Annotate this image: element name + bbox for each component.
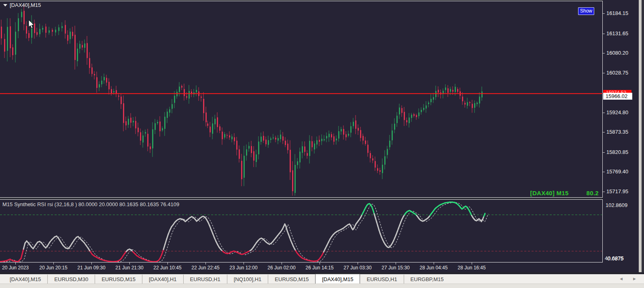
candle-body bbox=[399, 107, 400, 114]
candle-body bbox=[205, 113, 207, 122]
candle-body bbox=[222, 132, 223, 139]
candle-body bbox=[372, 158, 373, 160]
candlestick-chart-window[interactable] bbox=[0, 1, 603, 198]
candle-body bbox=[333, 137, 335, 142]
candle-body bbox=[331, 134, 332, 137]
chart-tab--dax40-h1-3[interactable]: [DAX40],H1 bbox=[142, 275, 183, 284]
price-axis-tick bbox=[603, 192, 605, 192]
badge-value: 80.2 bbox=[587, 190, 599, 196]
candle-body bbox=[304, 147, 305, 152]
time-axis-tick bbox=[434, 262, 434, 265]
window-right-strip bbox=[639, 0, 642, 288]
time-axis-tick bbox=[53, 262, 54, 265]
rsi-indicator-window[interactable] bbox=[0, 199, 603, 262]
candle-body bbox=[370, 153, 371, 158]
candle-body bbox=[469, 102, 470, 103]
price-axis-label: 15873.35 bbox=[606, 129, 628, 135]
price-axis-tick bbox=[603, 73, 605, 73]
candle-body bbox=[396, 116, 398, 123]
time-axis-label: 28 Jun 04:45 bbox=[419, 265, 447, 271]
candle-body bbox=[401, 108, 402, 113]
candle-body bbox=[15, 32, 16, 55]
rsi-chart[interactable] bbox=[0, 200, 602, 262]
candle-body bbox=[263, 136, 264, 141]
chart-tab-eurusd-h1-4[interactable]: EURUSD,H1 bbox=[183, 275, 227, 284]
rsi-main-line-segment bbox=[211, 230, 213, 234]
candle-body bbox=[101, 81, 102, 84]
time-axis-tick bbox=[15, 262, 16, 265]
candle-body bbox=[169, 109, 170, 113]
candlestick-chart[interactable] bbox=[0, 1, 602, 197]
rsi-main-line-segment bbox=[378, 226, 379, 230]
time-axis-label: 21 Jun 09:30 bbox=[77, 265, 105, 271]
badge-symbol: [DAX40] M15 bbox=[530, 190, 569, 196]
tab-scroll-left-icon[interactable]: ◄ bbox=[619, 276, 623, 281]
chart-tab-eurusd-m15-6[interactable]: EURUSD,M15 bbox=[268, 275, 315, 284]
time-axis-label: 23 Jun 12:00 bbox=[229, 265, 257, 271]
candle-body bbox=[365, 141, 366, 144]
triangle-down-icon bbox=[3, 4, 7, 6]
show-button[interactable]: Show bbox=[578, 7, 594, 15]
candle-body bbox=[152, 129, 153, 148]
candle-body bbox=[413, 114, 415, 116]
candle-body bbox=[113, 91, 114, 92]
candle-body bbox=[336, 139, 337, 140]
candle-body bbox=[104, 77, 105, 80]
candle-body bbox=[321, 139, 322, 141]
candle-body bbox=[275, 138, 276, 140]
candle-body bbox=[294, 165, 296, 193]
candle-body bbox=[447, 88, 449, 93]
rsi-main-line-segment bbox=[168, 230, 170, 234]
candle-body bbox=[164, 117, 165, 129]
candle-body bbox=[201, 96, 202, 98]
candle-body bbox=[474, 103, 475, 108]
rsi-main-line-segment bbox=[61, 242, 63, 245]
candle-body bbox=[392, 130, 393, 140]
price-axis-tick bbox=[603, 53, 605, 53]
candle-body bbox=[309, 141, 310, 156]
candle-body bbox=[36, 32, 38, 35]
candle-body bbox=[128, 119, 129, 125]
candle-body bbox=[292, 170, 293, 191]
chart-tab--dax40-m15-0[interactable]: [DAX40],M15 bbox=[3, 275, 47, 284]
candle-body bbox=[343, 129, 344, 135]
rsi-main-line-segment bbox=[113, 261, 117, 262]
rsi-main-line-segment bbox=[165, 239, 167, 244]
time-axis-tick bbox=[320, 262, 320, 265]
candle-body bbox=[52, 30, 53, 32]
candle-body bbox=[261, 137, 262, 142]
chart-tab-eurgbp-m15-9[interactable]: EURGBP,M15 bbox=[404, 275, 450, 284]
chart-tab-eurusd-m15-2[interactable]: EURUSD,M15 bbox=[95, 275, 142, 284]
current-price-line bbox=[0, 93, 603, 94]
rsi-axis-top-label: 102.8609 bbox=[606, 202, 627, 208]
candle-body bbox=[246, 149, 247, 156]
rsi-main-line-segment bbox=[29, 244, 32, 247]
candle-body bbox=[155, 123, 156, 130]
price-axis-tick bbox=[603, 132, 605, 132]
chart-tab--nq100-h1-5[interactable]: [NQ100],H1 bbox=[227, 275, 268, 284]
candle-body bbox=[210, 127, 211, 132]
candle-body bbox=[96, 77, 97, 88]
candle-body bbox=[28, 33, 30, 38]
candle-body bbox=[345, 134, 347, 137]
rsi-main-line-segment bbox=[72, 240, 74, 243]
candle-body bbox=[462, 97, 463, 102]
chart-tab-eurusd-h1-8[interactable]: EURUSD,H1 bbox=[360, 275, 403, 284]
candle-body bbox=[241, 161, 242, 179]
candle-body bbox=[452, 90, 453, 92]
candle-body bbox=[84, 43, 85, 48]
candle-body bbox=[133, 121, 134, 122]
candle-body bbox=[227, 135, 228, 136]
chart-tab--dax40-m15-7[interactable]: [DAX40],M15 bbox=[315, 274, 360, 284]
chart-tab-eurusd-m30-1[interactable]: EURUSD,M30 bbox=[47, 275, 95, 284]
symbol-label: [DAX40],M15 bbox=[3, 2, 41, 8]
candle-body bbox=[61, 26, 63, 28]
candle-body bbox=[258, 141, 259, 154]
price-axis-label: 15717.95 bbox=[606, 188, 628, 194]
candle-body bbox=[150, 147, 151, 149]
candle-body bbox=[421, 110, 422, 112]
tab-scroll-right-icon[interactable]: ► bbox=[632, 276, 637, 281]
candle-body bbox=[45, 27, 47, 33]
candle-body bbox=[217, 117, 218, 127]
candle-body bbox=[326, 136, 327, 139]
